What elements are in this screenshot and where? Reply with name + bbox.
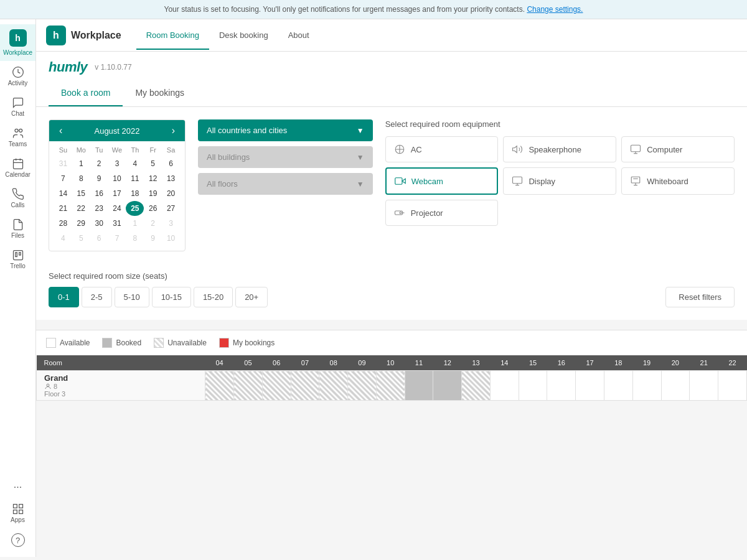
cal-day[interactable]: 26 <box>144 201 162 216</box>
cal-day[interactable]: 8 <box>72 171 90 186</box>
cal-day[interactable]: 31 <box>108 216 126 231</box>
sidebar-item-calls[interactable]: Calls <box>0 183 35 213</box>
cal-day[interactable]: 6 <box>162 156 180 171</box>
cal-day[interactable]: 2 <box>90 156 108 171</box>
tab-about[interactable]: About <box>278 21 319 50</box>
sidebar-item-teams[interactable]: Teams <box>0 122 35 152</box>
equipment-display[interactable]: Display <box>503 167 616 195</box>
timeline-slot[interactable] <box>376 371 405 401</box>
sidebar-item-apps[interactable]: Apps <box>0 498 35 528</box>
cal-day[interactable]: 4 <box>126 156 144 171</box>
size-button-0-1[interactable]: 0-1 <box>49 287 79 307</box>
equipment-ac[interactable]: AC <box>385 136 499 162</box>
timeline-slot[interactable] <box>632 371 661 401</box>
cal-day[interactable]: 10 <box>162 231 180 246</box>
sidebar-item-more[interactable]: ··· <box>0 477 35 498</box>
cal-day[interactable]: 12 <box>144 171 162 186</box>
cal-day[interactable]: 24 <box>108 201 126 216</box>
cal-day[interactable]: 28 <box>54 216 72 231</box>
booking-tab-book-room[interactable]: Book a room <box>49 80 123 106</box>
timeline-slot[interactable] <box>690 371 718 401</box>
cal-day[interactable]: 16 <box>90 186 108 201</box>
timeline-slot[interactable] <box>234 371 263 401</box>
cal-day[interactable]: 1 <box>72 156 90 171</box>
sidebar-item-help[interactable]: ? <box>0 528 35 552</box>
size-button-10-15[interactable]: 10-15 <box>152 287 191 307</box>
booking-tab-my-bookings[interactable]: My bookings <box>123 80 197 106</box>
size-button-2-5[interactable]: 2-5 <box>82 287 112 307</box>
timeline-slot[interactable] <box>262 371 291 401</box>
cal-day[interactable]: 15 <box>72 186 90 201</box>
timeline-slot[interactable] <box>291 371 319 401</box>
cal-day[interactable]: 7 <box>108 231 126 246</box>
cal-day[interactable]: 7 <box>54 171 72 186</box>
cal-day[interactable]: 13 <box>162 171 180 186</box>
cal-day[interactable]: 22 <box>72 201 90 216</box>
equipment-speakerphone[interactable]: Speakerphone <box>503 136 616 162</box>
timeline-slot[interactable] <box>718 371 747 401</box>
banner-link[interactable]: Change settings. <box>527 5 583 14</box>
sidebar-item-trello[interactable]: Trello <box>0 244 35 274</box>
cal-day[interactable]: 5 <box>72 231 90 246</box>
size-button-15-20[interactable]: 15-20 <box>194 287 233 307</box>
sidebar-item-files[interactable]: Files <box>0 213 35 244</box>
equipment-webcam[interactable]: Webcam <box>385 167 499 195</box>
cal-day[interactable]: 1 <box>126 216 144 231</box>
cal-day[interactable]: 21 <box>54 201 72 216</box>
floors-filter[interactable]: All floors ▼ <box>198 173 373 195</box>
cal-next-button[interactable]: › <box>169 125 177 136</box>
cal-day[interactable]: 11 <box>126 171 144 186</box>
timeline-slot[interactable] <box>661 371 690 401</box>
sidebar-item-activity[interactable]: Activity <box>0 61 35 91</box>
cal-day[interactable]: 3 <box>162 216 180 231</box>
cal-day[interactable]: 4 <box>54 231 72 246</box>
timeline-slot[interactable] <box>490 371 519 401</box>
equipment-projector[interactable]: Projector <box>385 200 499 226</box>
cal-day[interactable]: 17 <box>108 186 126 201</box>
timeline-slot[interactable] <box>547 371 576 401</box>
timeline-slot[interactable] <box>205 371 234 401</box>
cal-day[interactable]: 10 <box>108 171 126 186</box>
cal-day[interactable]: 31 <box>54 156 72 171</box>
timeline-slot[interactable] <box>519 371 547 401</box>
cal-day[interactable]: 5 <box>144 156 162 171</box>
buildings-filter[interactable]: All buildings ▼ <box>198 146 373 168</box>
equipment-computer[interactable]: Computer <box>621 136 735 162</box>
cal-day[interactable]: 6 <box>90 231 108 246</box>
legend-available: Available <box>46 338 90 348</box>
sidebar-item-calendar[interactable]: Calendar <box>0 152 35 183</box>
cal-day[interactable]: 27 <box>162 201 180 216</box>
cal-day[interactable]: 25 <box>126 201 144 216</box>
reset-filters-button[interactable]: Reset filters <box>665 287 735 307</box>
sidebar-item-workplace[interactable]: h Workplace <box>0 24 35 61</box>
timeline-slot[interactable] <box>319 371 348 401</box>
cal-day[interactable]: 9 <box>144 231 162 246</box>
cal-day[interactable]: 14 <box>54 186 72 201</box>
size-button-5-10[interactable]: 5-10 <box>115 287 149 307</box>
cal-day[interactable]: 9 <box>90 171 108 186</box>
cal-day[interactable]: 8 <box>126 231 144 246</box>
cal-day[interactable]: 23 <box>90 201 108 216</box>
cal-day[interactable]: 19 <box>144 186 162 201</box>
app-header: h Workplace Room Booking Desk booking Ab… <box>36 19 747 52</box>
cal-day[interactable]: 29 <box>72 216 90 231</box>
cal-day[interactable]: 18 <box>126 186 144 201</box>
cal-day[interactable]: 3 <box>108 156 126 171</box>
timeline-slot[interactable] <box>405 371 433 401</box>
timeline-slot[interactable] <box>462 371 491 401</box>
cal-day[interactable]: 2 <box>144 216 162 231</box>
tab-desk-booking[interactable]: Desk booking <box>209 21 278 50</box>
timeline-slot[interactable] <box>348 371 377 401</box>
apps-icon <box>12 503 24 515</box>
cal-day[interactable]: 30 <box>90 216 108 231</box>
timeline-slot[interactable] <box>604 371 632 401</box>
timeline-slot[interactable] <box>433 371 462 401</box>
cal-prev-button[interactable]: ‹ <box>57 125 65 136</box>
cal-day[interactable]: 20 <box>162 186 180 201</box>
sidebar-item-chat[interactable]: Chat <box>0 91 35 122</box>
equipment-whiteboard[interactable]: Whiteboard <box>621 167 735 195</box>
tab-room-booking[interactable]: Room Booking <box>136 21 209 50</box>
timeline-slot[interactable] <box>576 371 604 401</box>
size-button-20+[interactable]: 20+ <box>235 287 268 307</box>
location-filter[interactable]: All countries and cities ▼ <box>198 119 373 141</box>
